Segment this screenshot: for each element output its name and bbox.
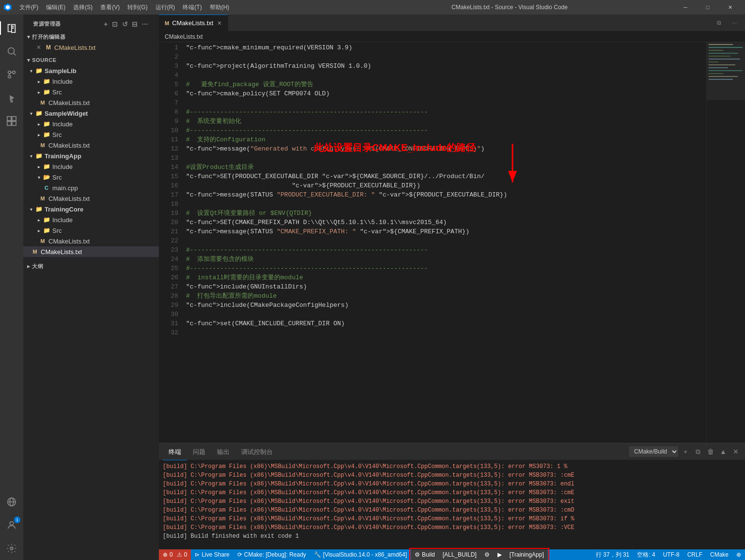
terminal-dropdown[interactable]: CMake/Build <box>629 446 678 457</box>
status-liveshare[interactable]: ⊳ Live Share <box>191 549 233 560</box>
file-trainingcore-cmake[interactable]: M CMakeLists.txt <box>23 236 159 246</box>
menu-terminal[interactable]: 终端(T) <box>179 0 205 15</box>
trainingcore-include-label: Include <box>52 216 73 224</box>
folder-samplelib-include[interactable]: ▸ 📁 Include <box>23 76 159 87</box>
status-errors[interactable]: ⊗ 0 ⚠ 0 <box>159 549 191 560</box>
all-build-label: [ALL_BUILD] <box>443 549 477 560</box>
panel-tab-debug[interactable]: 调试控制台 <box>235 443 279 460</box>
split-terminal-button[interactable]: ⧉ <box>693 446 703 457</box>
status-all-build[interactable]: [ALL_BUILD] <box>439 549 481 560</box>
panel-tab-output[interactable]: 输出 <box>211 443 235 460</box>
new-folder-icon[interactable]: ⊡ <box>111 19 119 29</box>
minimap[interactable] <box>706 42 745 443</box>
line-numbers: 1234567891011121314151617181920212223242… <box>159 42 182 443</box>
open-editors-section[interactable]: ▾ 打开的编辑器 <box>23 31 159 42</box>
build-gear-icon: ⚙ <box>415 549 420 560</box>
activity-run[interactable] <box>0 86 23 109</box>
tab-cmakelists[interactable]: M CMakeLists.txt ✕ <box>159 15 228 31</box>
terminal-line: [build] C:\Program Files (x86)\MSBuild\M… <box>163 515 741 523</box>
folder-trainingapp[interactable]: ▾ 📁 TrainingApp <box>23 151 159 161</box>
folder-trainingcore-src[interactable]: ▸ 📁 Src <box>23 225 159 236</box>
file-samplelib-cmake[interactable]: M CMakeLists.txt <box>23 97 159 108</box>
menu-bar[interactable]: 文件(F) 编辑(E) 选择(S) 查看(V) 转到(G) 运行(R) 终端(T… <box>16 0 345 15</box>
outline-section[interactable]: ▸ 大纲 <box>23 261 159 272</box>
status-cmake[interactable]: ⟳ CMake: [Debug]: Ready <box>233 549 310 560</box>
add-terminal-button[interactable]: + <box>680 446 691 457</box>
code-content[interactable]: "c-func">cmake_minimum_required(VERSION … <box>182 42 706 443</box>
activity-explorer[interactable] <box>0 16 23 40</box>
open-editor-cmakelists[interactable]: ✕ M CMakeLists.txt <box>23 42 159 53</box>
status-compiler[interactable]: 🔧 [VisualStudio.14.0 - x86_amd64] <box>310 549 411 560</box>
folder-trainingapp-include[interactable]: ▸ 📁 Include <box>23 161 159 172</box>
tc-src-arrow: ▸ <box>35 227 43 234</box>
status-language[interactable]: CMake <box>706 549 732 560</box>
close-button[interactable]: ✕ <box>719 0 741 15</box>
refresh-icon[interactable]: ↺ <box>121 19 129 29</box>
folder-samplewidget[interactable]: ▾ 📁 SampleWidget <box>23 108 159 119</box>
activity-settings[interactable] <box>0 537 23 560</box>
collapse-all-icon[interactable]: ⊟ <box>131 19 139 29</box>
panel-tab-terminal[interactable]: 终端 <box>163 443 187 460</box>
menu-help[interactable]: 帮助(H) <box>206 0 233 15</box>
folder-samplelib-src[interactable]: ▸ 📁 Src <box>23 87 159 97</box>
more-actions-icon[interactable]: ··· <box>141 19 149 29</box>
folder-samplewidget-include[interactable]: ▸ 📁 Include <box>23 119 159 129</box>
panel-content[interactable]: [build] C:\Program Files (x86)\MSBuild\M… <box>159 460 745 549</box>
panel-tab-problems[interactable]: 问题 <box>187 443 211 460</box>
source-section[interactable]: ▾ SOURCE <box>23 55 159 65</box>
menu-run[interactable]: 运行(R) <box>152 0 179 15</box>
folder-trainingcore-include[interactable]: ▸ 📁 Include <box>23 214 159 225</box>
svg-rect-13 <box>12 117 16 121</box>
status-trainingapp[interactable]: [TrainingApp] <box>506 549 548 560</box>
status-eol[interactable]: CRLF <box>683 549 706 560</box>
more-editor-actions[interactable]: ··· <box>728 16 741 30</box>
tab-bar: M CMakeLists.txt ✕ ⧉ ··· <box>159 15 745 31</box>
window-controls[interactable]: ─ □ ✕ <box>674 0 741 15</box>
kill-terminal-button[interactable]: 🗑 <box>705 446 716 457</box>
folder-samplelib[interactable]: ▾ 📁 SampleLib <box>23 65 159 76</box>
ta-include-arrow: ▸ <box>35 163 43 170</box>
status-build-btn[interactable]: ⚙ Build <box>411 549 439 560</box>
status-position[interactable]: 行 37，列 31 <box>592 549 633 560</box>
panel-maximize-button[interactable]: ▲ <box>718 446 729 457</box>
sidebar-header-actions[interactable]: + ⊡ ↺ ⊟ ··· <box>103 19 149 29</box>
status-spaces[interactable]: 空格: 4 <box>633 549 659 560</box>
terminal-line: [build] C:\Program Files (x86)\MSBuild\M… <box>163 480 741 488</box>
activity-search[interactable] <box>0 40 23 63</box>
folder-samplewidget-src[interactable]: ▸ 📁 Src <box>23 129 159 140</box>
trainingcore-src-label: Src <box>52 227 62 234</box>
menu-select[interactable]: 选择(S) <box>69 0 96 15</box>
file-root-cmake[interactable]: M CMakeLists.txt <box>23 246 159 257</box>
folder-icon: 📁 <box>43 227 50 234</box>
tab-close-icon[interactable]: ✕ <box>217 20 222 27</box>
status-run-build[interactable]: ⚙ <box>481 549 494 560</box>
file-maincpp[interactable]: C main.cpp <box>23 182 159 193</box>
maximize-button[interactable]: □ <box>697 0 719 15</box>
activity-account[interactable]: 1 <box>0 514 23 537</box>
split-editor-button[interactable]: ⧉ <box>712 16 726 30</box>
spaces-label: 空格: 4 <box>637 549 655 560</box>
folder-trainingcore[interactable]: ▾ 📁 TrainingCore <box>23 204 159 214</box>
compiler-label: [VisualStudio.14.0 - x86_amd64] <box>323 549 407 560</box>
activity-source-control[interactable] <box>0 63 23 86</box>
menu-view[interactable]: 查看(V) <box>96 0 124 15</box>
file-samplewidget-cmake[interactable]: M CMakeLists.txt <box>23 140 159 151</box>
tab-label: CMakeLists.txt <box>172 19 213 27</box>
breadcrumb-file[interactable]: CMakeLists.txt <box>165 33 203 40</box>
status-run-btn[interactable]: ▶ <box>494 549 506 560</box>
minimize-button[interactable]: ─ <box>674 0 697 15</box>
status-feedback[interactable]: ⊕ <box>732 549 745 560</box>
panel-close-button[interactable]: ✕ <box>730 446 741 457</box>
menu-edit[interactable]: 编辑(E) <box>42 0 69 15</box>
menu-goto[interactable]: 转到(G) <box>124 0 151 15</box>
trainingcore-cmake-label: CMakeLists.txt <box>48 238 90 245</box>
folder-trainingapp-src[interactable]: ▾ 📂 Src <box>23 172 159 182</box>
file-trainingapp-cmake[interactable]: M CMakeLists.txt <box>23 193 159 204</box>
menu-file[interactable]: 文件(F) <box>16 0 42 15</box>
close-editor-icon[interactable]: ✕ <box>35 44 43 51</box>
error-count: 0 <box>170 549 173 560</box>
status-encoding[interactable]: UTF-8 <box>659 549 683 560</box>
activity-remote[interactable] <box>0 490 23 514</box>
new-file-icon[interactable]: + <box>103 19 109 29</box>
activity-extensions[interactable] <box>0 109 23 133</box>
